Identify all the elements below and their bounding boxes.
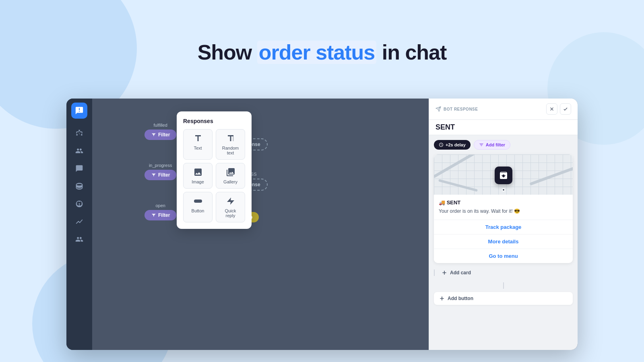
response-item-random-text-label: Random text xyxy=(219,146,242,155)
text-response-icon xyxy=(193,134,203,143)
confirm-panel-button[interactable] xyxy=(560,103,571,115)
bot-panel-header: BOT RESPONSE xyxy=(429,99,578,120)
add-button-row[interactable]: Add button xyxy=(434,292,573,305)
analytics-icon xyxy=(75,218,83,226)
responses-grid: Text Random text Image Gallery xyxy=(183,129,245,222)
page-title: Show order status in chat xyxy=(0,40,644,64)
filter-pill-icon xyxy=(479,142,484,147)
node-open-label: open xyxy=(155,203,165,208)
close-panel-button[interactable] xyxy=(546,103,557,115)
map-dot xyxy=(502,188,505,191)
app-window: fulfilled Filter SENT... Bot response in… xyxy=(66,99,578,350)
add-card-row: Add card xyxy=(434,266,573,279)
data-icon xyxy=(75,182,83,190)
card-sent-title: 🚚 SENT xyxy=(439,200,568,206)
card-btn-menu[interactable]: Go to menu xyxy=(434,249,573,263)
svg-rect-0 xyxy=(194,200,202,203)
check-icon xyxy=(563,106,568,112)
filter-btn-open[interactable]: Filter xyxy=(144,210,176,220)
filter-icon-3 xyxy=(151,213,156,218)
card-buttons: Track package More details Go to menu xyxy=(434,220,573,263)
integrations-icon xyxy=(75,235,83,243)
response-item-quick-reply-label: Quick reply xyxy=(219,208,242,218)
title-highlight: order status xyxy=(257,41,377,64)
card-btn-track[interactable]: Track package xyxy=(434,220,573,234)
canvas-area: fulfilled Filter SENT... Bot response in… xyxy=(92,99,429,350)
node-fulfilled-label: fulfilled xyxy=(154,123,167,128)
filter-btn-in-progress[interactable]: Filter xyxy=(144,170,176,180)
response-item-random-text[interactable]: Random text xyxy=(216,129,245,160)
filter-icon xyxy=(151,132,156,137)
bot-panel-type: BOT RESPONSE xyxy=(436,106,478,112)
sidebar-item-contacts[interactable] xyxy=(71,143,87,159)
node-in-progress-label: in_progress xyxy=(149,163,172,168)
org-chart-icon xyxy=(75,129,83,137)
v-line-bottom xyxy=(503,282,504,289)
vertical-line xyxy=(434,269,435,276)
response-item-quick-reply[interactable]: Quick reply xyxy=(216,192,245,222)
contacts-icon xyxy=(75,147,83,155)
page-header: Show order status in chat xyxy=(0,40,644,64)
sidebar-item-automation[interactable] xyxy=(71,196,87,212)
filter-btn-fulfilled-label: Filter xyxy=(158,132,170,138)
action-pills: +2s delay Add filter xyxy=(434,140,573,150)
node-open: open Filter xyxy=(144,203,176,220)
button-response-icon xyxy=(193,196,203,206)
panel-actions xyxy=(546,103,571,115)
responses-title: Responses xyxy=(183,118,245,124)
card-title-text: SENT xyxy=(447,200,461,206)
clock-icon xyxy=(439,142,444,147)
bot-panel: BOT RESPONSE SENT +2s delay xyxy=(429,99,578,350)
filter-btn-in-progress-label: Filter xyxy=(158,172,170,178)
sidebar-item-data[interactable] xyxy=(71,178,87,194)
filter-btn-fulfilled[interactable]: Filter xyxy=(144,130,176,140)
delay-pill[interactable]: +2s delay xyxy=(434,140,471,150)
card-emoji: 🚚 xyxy=(439,200,445,206)
response-item-text[interactable]: Text xyxy=(183,129,213,160)
automation-icon xyxy=(75,200,83,208)
sidebar-item-integrations[interactable] xyxy=(71,231,87,247)
gallery-response-icon xyxy=(226,167,235,177)
response-item-button-label: Button xyxy=(192,208,204,213)
responses-popup: Responses Text Random text Image xyxy=(177,111,252,229)
response-item-image-label: Image xyxy=(192,179,204,184)
add-button-label: Add button xyxy=(448,296,473,301)
bot-panel-body: +2s delay Add filter xyxy=(429,135,578,350)
card-content: 🚚 SENT Your order is on its way. Wait fo… xyxy=(434,195,573,220)
sidebar-item-messages[interactable] xyxy=(71,160,87,177)
map-area xyxy=(434,154,573,195)
sidebar-logo[interactable] xyxy=(71,103,87,119)
response-item-image[interactable]: Image xyxy=(183,163,213,189)
filter-pill[interactable]: Add filter xyxy=(474,140,510,150)
filter-pill-label: Add filter xyxy=(486,142,505,147)
delay-label: +2s delay xyxy=(446,142,466,147)
response-item-button[interactable]: Button xyxy=(183,192,213,222)
title-part2: in chat xyxy=(376,41,446,64)
plus-icon-button xyxy=(439,295,445,302)
messages-icon xyxy=(75,165,83,173)
card-description: Your order is on its way. Wait for it! 😎 xyxy=(439,208,568,215)
node-fulfilled: fulfilled Filter xyxy=(144,123,176,140)
add-card-label: Add card xyxy=(450,270,471,276)
random-text-icon xyxy=(226,134,235,143)
road-3 xyxy=(438,179,478,192)
road-1 xyxy=(434,154,479,178)
sidebar xyxy=(66,99,92,350)
response-item-gallery[interactable]: Gallery xyxy=(216,163,245,189)
sidebar-item-analytics[interactable] xyxy=(71,214,87,230)
response-item-gallery-label: Gallery xyxy=(223,179,237,184)
map-pin xyxy=(495,167,512,184)
send-icon-panel xyxy=(436,106,441,112)
bot-panel-title: SENT xyxy=(429,120,578,135)
add-card-btn[interactable]: Add card xyxy=(441,268,471,278)
sidebar-item-org-chart[interactable] xyxy=(71,125,87,141)
chat-icon xyxy=(75,106,84,115)
close-icon xyxy=(549,106,555,112)
filter-icon-2 xyxy=(151,173,156,177)
plus-icon-card xyxy=(441,269,448,276)
road-2 xyxy=(529,167,573,186)
image-response-icon xyxy=(193,167,203,177)
quick-reply-icon xyxy=(226,196,235,206)
card-btn-details[interactable]: More details xyxy=(434,234,573,249)
node-in-progress: in_progress Filter xyxy=(144,163,176,180)
